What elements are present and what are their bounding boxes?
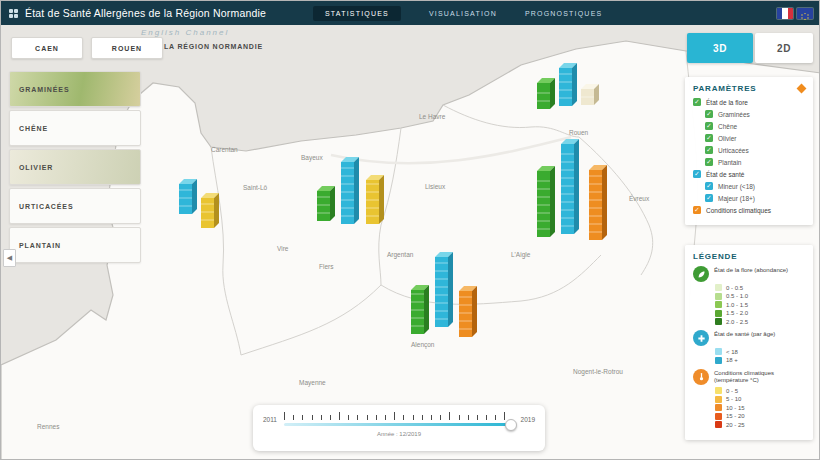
param-item-label: Majeur (18+) <box>718 195 755 202</box>
checkbox-graminees[interactable]: ✓ <box>705 110 713 118</box>
param-item-label: Graminées <box>718 111 750 118</box>
nav-visualisation[interactable]: VISUALISATION <box>429 10 497 17</box>
city-button-caen[interactable]: CAEN <box>11 37 83 59</box>
legend-section-etat-de-sante-par-age: État de santé (par âge)< 1818 + <box>693 330 805 364</box>
checkbox-mineur-18[interactable]: ✓ <box>705 182 713 190</box>
main-nav: STATISTIQUESVISUALISATIONPROGNOSTIQUES <box>313 1 602 25</box>
legend-section-name: État de santé (par âge) <box>714 330 775 339</box>
timeline-start-year: 2011 <box>263 416 277 423</box>
legend-row: 20 - 25 <box>715 421 805 428</box>
legend-row-label: < 18 <box>726 349 738 355</box>
param-item-label: Chêne <box>718 123 737 130</box>
legend-row-label: 0.5 - 1.0 <box>726 293 748 299</box>
checkbox-etat-de-la-flore[interactable]: ✓ <box>693 98 701 106</box>
view-button-3d[interactable]: 3D <box>687 33 753 63</box>
tick-mark <box>431 415 432 420</box>
checkbox-chene[interactable]: ✓ <box>705 122 713 130</box>
legend-section-name: État de la flore (abondance) <box>714 266 788 275</box>
param-item-label: Olivier <box>718 135 736 142</box>
tick-mark <box>348 415 349 420</box>
legend-swatch <box>715 421 722 428</box>
legend-row: 0 - 5 <box>715 387 805 394</box>
tick-mark <box>449 412 450 420</box>
legend-swatch <box>715 387 722 394</box>
legend-row-label: 18 + <box>726 357 738 363</box>
timeline-current-label: Année : 12/2019 <box>263 431 535 437</box>
header-flags <box>777 1 813 25</box>
tick-mark <box>468 415 469 420</box>
legend-row: 18 + <box>715 357 805 364</box>
panel-collapse-button[interactable]: ◀ <box>3 249 16 267</box>
view-button-2d[interactable]: 2D <box>755 33 813 63</box>
allergen-chene[interactable]: CHÊNE <box>9 110 141 146</box>
legend-row-label: 0 - 0.5 <box>726 285 743 291</box>
app-title: État de Santé Allergènes de la Région No… <box>25 7 266 19</box>
settings-icon[interactable] <box>797 84 807 94</box>
apps-grid-icon <box>9 9 18 18</box>
timeline-track[interactable] <box>284 412 514 427</box>
region-label: LA RÉGION NORMANDIE <box>164 43 263 50</box>
eu-flag-icon <box>797 8 813 19</box>
allergen-urticacees[interactable]: URTICACÉES <box>9 188 141 224</box>
param-group-etat-de-sante: ✓État de santé <box>693 170 805 178</box>
thermometer-icon <box>693 369 709 385</box>
allergen-plantain[interactable]: PLANTAIN <box>9 227 141 263</box>
tick-mark <box>339 412 340 420</box>
legend-swatch <box>715 396 722 403</box>
parameters-panel: PARAMÈTRES ✓État de la flore✓Graminées✓C… <box>685 77 813 225</box>
legend-swatch <box>715 348 722 355</box>
param-item-plantain: ✓Plantain <box>705 158 805 166</box>
checkbox-conditions-climatiques[interactable]: ✓ <box>693 206 701 214</box>
legend-swatch <box>715 357 722 364</box>
legend-swatch <box>715 310 722 317</box>
checkbox-plantain[interactable]: ✓ <box>705 158 713 166</box>
allergen-graminees[interactable]: GRAMINÉES <box>9 71 141 107</box>
tick-mark <box>367 415 368 420</box>
param-item-label: Mineur (<18) <box>718 183 755 190</box>
legend-row: < 18 <box>715 348 805 355</box>
legend-title: LÉGENDE <box>693 252 737 261</box>
legend-swatch <box>715 413 722 420</box>
allergen-list: GRAMINÉESCHÊNEOLIVIERURTICACÉESPLANTAIN <box>9 71 141 266</box>
param-item-label: Urticacées <box>718 147 749 154</box>
param-item-olivier: ✓Olivier <box>705 134 805 142</box>
param-group-label: État de santé <box>706 171 744 178</box>
header-bar: État de Santé Allergènes de la Région No… <box>1 1 819 25</box>
legend-row-label: 1.0 - 1.5 <box>726 302 748 308</box>
legend-row-label: 15 - 20 <box>726 413 745 419</box>
legend-row-label: 0 - 5 <box>726 388 738 394</box>
legend-row: 0 - 0.5 <box>715 284 805 291</box>
checkbox-etat-de-sante[interactable]: ✓ <box>693 170 701 178</box>
timeline-handle[interactable] <box>505 419 517 431</box>
param-item-graminees: ✓Graminées <box>705 110 805 118</box>
legend-swatch <box>715 293 722 300</box>
legend-section-etat-de-la-flore-abondance: État de la flore (abondance)0 - 0.50.5 -… <box>693 266 805 325</box>
city-buttons: CAENROUEN <box>11 37 163 59</box>
checkbox-majeur-18[interactable]: ✓ <box>705 194 713 202</box>
nav-statistiques[interactable]: STATISTIQUES <box>313 6 401 21</box>
legend-section-conditions-climatiques-temperature-c: Conditions climatiques (température °C)0… <box>693 369 805 429</box>
city-button-rouen[interactable]: ROUEN <box>91 37 163 59</box>
legend-row-label: 1.5 - 2.0 <box>726 310 748 316</box>
checkbox-olivier[interactable]: ✓ <box>705 134 713 142</box>
leaf-icon <box>693 266 709 282</box>
legend-row: 2.0 - 2.5 <box>715 318 805 325</box>
tick-mark <box>330 415 331 420</box>
param-group-etat-de-la-flore: ✓État de la flore <box>693 98 805 106</box>
health-icon <box>693 330 709 346</box>
timeline-card: 2011 2019 Année : 12/2019 <box>253 405 545 451</box>
legend-row: 1.0 - 1.5 <box>715 301 805 308</box>
timeline-ticks <box>284 412 506 420</box>
legend-row: 10 - 15 <box>715 404 805 411</box>
legend-row-label: 5 - 10 <box>726 396 741 402</box>
legend-row: 5 - 10 <box>715 396 805 403</box>
allergen-olivier[interactable]: OLIVIER <box>9 149 141 185</box>
legend-row-label: 10 - 15 <box>726 405 745 411</box>
timeline-trackline[interactable] <box>284 423 514 426</box>
nav-prognostiques[interactable]: PROGNOSTIQUES <box>525 10 602 17</box>
legend-row: 1.5 - 2.0 <box>715 310 805 317</box>
param-item-label: Plantain <box>718 159 742 166</box>
tick-mark <box>495 415 496 420</box>
app-window: État de Santé Allergènes de la Région No… <box>0 0 820 460</box>
checkbox-urticacees[interactable]: ✓ <box>705 146 713 154</box>
